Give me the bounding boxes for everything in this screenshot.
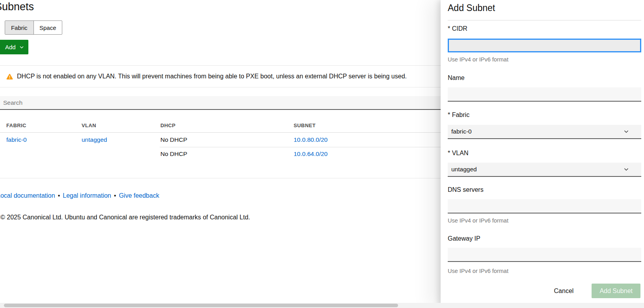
tab-fabric[interactable]: Fabric: [5, 21, 34, 34]
chevron-down-icon: [19, 45, 24, 50]
cidr-label: * CIDR: [448, 25, 467, 32]
chevron-down-icon: [623, 166, 629, 173]
group-by-toggle: Fabric Space: [5, 20, 62, 35]
panel-title: Add Subnet: [448, 3, 495, 13]
vlan-label: * VLAN: [448, 150, 468, 157]
name-label: Name: [448, 74, 465, 82]
cidr-field[interactable]: [448, 39, 641, 52]
name-field[interactable]: [448, 87, 641, 102]
add-button[interactable]: Add: [0, 40, 28, 54]
fabric-label: * Fabric: [448, 111, 469, 119]
warning-icon: [6, 73, 13, 80]
gateway-ip-label: Gateway IP: [448, 235, 480, 242]
panel-divider: [448, 20, 641, 20]
panel-actions: Cancel Add Subnet: [548, 284, 640, 298]
add-subnet-panel: Add Subnet * CIDR Use IPv4 or IPv6 forma…: [441, 0, 644, 308]
column-header-dhcp: DHCP: [160, 122, 175, 128]
legal-information-link[interactable]: Legal information: [63, 192, 111, 199]
dhcp-status: No DHCP: [160, 150, 187, 158]
local-documentation-link[interactable]: Local documentation: [0, 192, 55, 199]
fabric-select-value: fabric-0: [451, 128, 472, 135]
gateway-ip-field[interactable]: [448, 248, 641, 262]
add-button-label: Add: [5, 44, 16, 50]
vlan-link[interactable]: untagged: [82, 136, 107, 143]
chevron-down-icon: [623, 128, 629, 135]
subnet-link[interactable]: 10.0.64.0/20: [294, 150, 328, 158]
footer-links: Local documentation•Legal information•Gi…: [0, 192, 159, 199]
add-subnet-submit-button[interactable]: Add Subnet: [592, 284, 640, 298]
give-feedback-link[interactable]: Give feedback: [119, 192, 159, 199]
gateway-help-text: Use IPv4 or IPv6 format: [448, 268, 508, 274]
dns-servers-label: DNS servers: [448, 186, 484, 193]
cidr-help-text: Use IPv4 or IPv6 format: [448, 56, 508, 63]
dhcp-status: No DHCP: [160, 136, 187, 143]
horizontal-scrollbar[interactable]: [0, 303, 644, 308]
fabric-select[interactable]: fabric-0: [448, 125, 641, 139]
vlan-select-value: untagged: [451, 166, 477, 173]
copyright-text: © 2025 Canonical Ltd. Ubuntu and Canonic…: [0, 214, 250, 221]
scrollbar-thumb[interactable]: [4, 304, 398, 307]
tab-space[interactable]: Space: [34, 21, 62, 34]
fabric-link[interactable]: fabric-0: [6, 136, 27, 143]
dns-help-text: Use IPv4 or IPv6 format: [448, 217, 508, 224]
cancel-button[interactable]: Cancel: [548, 284, 580, 298]
dns-servers-field[interactable]: [448, 199, 641, 213]
vlan-select[interactable]: untagged: [448, 163, 641, 177]
column-header-fabric: FABRIC: [6, 122, 26, 128]
subnets-page: Subnets Fabric Space Add DHCP is not ena…: [0, 0, 644, 308]
warning-text: DHCP is not enabled on any VLAN. This wi…: [17, 73, 407, 80]
footer-separator: •: [114, 192, 116, 199]
page-title: Subnets: [0, 1, 34, 13]
column-header-vlan: VLAN: [82, 122, 96, 128]
footer-separator: •: [58, 192, 60, 199]
subnet-link[interactable]: 10.0.80.0/20: [294, 136, 328, 143]
column-header-subnet: SUBNET: [294, 122, 316, 128]
